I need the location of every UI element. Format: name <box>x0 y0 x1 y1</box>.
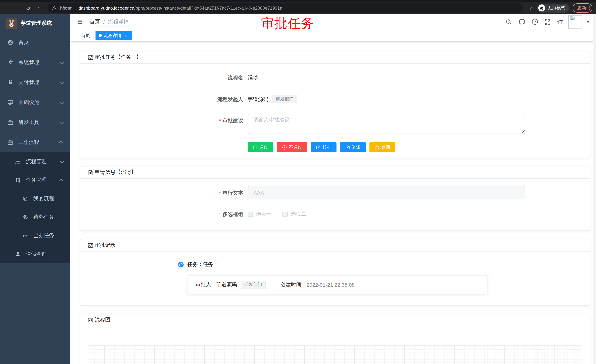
avatar-caret-icon[interactable]: ▼ <box>586 20 590 24</box>
avatar[interactable] <box>568 15 582 29</box>
task-line: 任务：任务一 <box>187 261 218 268</box>
tags-view: 首页 流程详情 × <box>70 29 596 42</box>
not-secure-warning-icon <box>52 6 57 10</box>
breadcrumb: 首页 / 流程详情 <box>89 19 129 25</box>
approval-record-card: 审批记录 任务：任务一 审批人： 芋道 <box>80 239 590 306</box>
approval-record-card-header: 审批记录 <box>80 239 590 252</box>
incognito-label: 无痕模式 <box>548 5 565 11</box>
created-time-value: 2022-01-21 22:35:08 <box>306 282 355 288</box>
omnibox-divider <box>75 6 75 10</box>
single-text-label: *单行文本 <box>80 186 248 199</box>
flow-chart-title: 流程图 <box>95 317 110 323</box>
browser-reload-icon[interactable]: ⟳ <box>24 4 33 12</box>
browser-forward-icon[interactable]: → <box>14 4 22 12</box>
breadcrumb-current: 流程详情 <box>108 19 129 25</box>
sidebar-item-task-management[interactable]: 任务管理 <box>0 171 70 189</box>
sidebar-collapse-icon[interactable] <box>76 18 84 26</box>
update-label[interactable]: 更新 <box>577 5 586 11</box>
checkbox-option-1[interactable]: 选项一 <box>248 211 271 218</box>
app-title: 芋道管理系统 <box>21 20 52 27</box>
address-bar[interactable]: 不安全 dashboard.yudao.iocoder.cn/bpm/proce… <box>47 3 523 13</box>
font-size-icon[interactable]: TT <box>557 19 563 25</box>
breadcrumb-separator: / <box>103 19 105 25</box>
sidebar-item-workflow[interactable]: 工作流程 <box>0 132 70 153</box>
sidebar-item-leave-query[interactable]: 请假查询 <box>0 245 70 263</box>
eye-closed-icon <box>22 233 28 239</box>
tab-close-icon[interactable]: × <box>123 33 128 38</box>
picture-outline-icon <box>88 55 93 60</box>
browser-home-icon[interactable]: ⌂ <box>35 4 43 12</box>
dashboard-icon <box>7 40 13 45</box>
approver-label: 审批人： <box>195 281 216 288</box>
checkbox-group: 选项一 选项二 <box>248 208 306 221</box>
checkbox-checked-icon <box>248 211 253 217</box>
github-icon[interactable] <box>518 18 526 26</box>
clock-icon <box>178 262 184 267</box>
svg-text:?: ? <box>534 20 536 24</box>
sidebar-item-payment-management[interactable]: ¥ 支付管理 <box>0 73 70 93</box>
browser-update-button[interactable]: 更新 <box>573 3 592 13</box>
eye-open-icon <box>22 214 28 220</box>
checkbox-group-label: *多选框组 <box>80 208 248 221</box>
apply-info-title: 申请信息【滔博】 <box>95 169 136 176</box>
opinion-label: *审批建议 <box>80 114 248 127</box>
sidebar-item-infrastructure[interactable]: 基础设施 <box>0 93 70 112</box>
timeline-item: 任务：任务一 审批人： 芋道源码 研发部门 创建时间： 2022-01-21 2… <box>178 261 590 294</box>
transfer-button[interactable]: 转办 <box>311 142 336 153</box>
sidebar-item-dev-tools[interactable]: 研发工具 <box>0 112 70 132</box>
tab-process-detail[interactable]: 流程详情 × <box>96 31 132 40</box>
breadcrumb-home[interactable]: 首页 <box>89 19 100 25</box>
fullscreen-icon[interactable] <box>544 18 551 26</box>
approval-record-title: 审批记录 <box>95 242 115 248</box>
created-time-label: 创建时间： <box>281 281 306 288</box>
incognito-spy-icon <box>538 4 545 11</box>
app-header: 首页 / 流程详情 ? T <box>70 14 596 29</box>
approval-actions: 通过 不通过 转办 委 <box>248 142 590 153</box>
sidebar-item-todo-tasks[interactable]: 待办任务 <box>0 208 70 226</box>
initiator-value: 芋道源码 研发部门 <box>248 93 297 106</box>
opinion-row: *审批建议 <box>80 114 590 134</box>
chevron-down-icon <box>60 80 64 84</box>
url-host[interactable]: dashboard.yudao.iocoder.cn <box>78 5 134 11</box>
single-text-input[interactable] <box>248 186 525 199</box>
apply-info-card-header: 申请信息【滔博】 <box>80 167 590 179</box>
delegate-button[interactable]: 委派 <box>340 142 366 153</box>
bookmark-star-icon[interactable]: ☆ <box>529 5 533 11</box>
initiator-row: 流程发起人 芋道源码 研发部门 <box>80 93 590 106</box>
security-label[interactable]: 不安全 <box>59 5 72 11</box>
sidebar-item-process-management[interactable]: 流程管理 <box>0 153 70 171</box>
approval-task-card-header: 审批任务【任务一】 <box>80 51 590 64</box>
process-name-row: 流程名 滔博 <box>80 71 590 84</box>
checkbox-option-2[interactable]: 选项二 <box>283 211 306 218</box>
sidebar-item-done-tasks[interactable]: 已办任务 <box>0 226 70 245</box>
picture-outline-icon <box>88 242 93 248</box>
monitor-icon <box>7 100 13 105</box>
person-icon <box>15 251 21 257</box>
return-button[interactable]: 退回 <box>369 142 395 153</box>
page-content: 审批任务【任务一】 流程名 滔博 流程发起人 芋道源码 研发部门 <box>70 42 596 364</box>
sidebar-logo[interactable]: 🐰 芋道管理系统 <box>0 14 70 33</box>
sidebar-item-system-management[interactable]: 系统管理 <box>0 52 70 73</box>
process-name-value: 滔博 <box>248 71 258 84</box>
opinion-textarea[interactable] <box>248 114 525 134</box>
sidebar-item-my-process[interactable]: 我的流程 <box>0 189 70 208</box>
initiator-dept-tag: 研发部门 <box>272 95 297 103</box>
browser-back-icon[interactable]: ← <box>4 4 12 12</box>
reject-button[interactable]: 不通过 <box>277 142 307 153</box>
page-scrollbar[interactable] <box>593 14 596 364</box>
search-icon[interactable] <box>505 18 513 26</box>
bpmn-grid-canvas[interactable] <box>88 345 582 364</box>
flow-chart-card-header: 流程图 <box>80 314 590 326</box>
help-icon[interactable]: ? <box>531 18 539 26</box>
approve-button[interactable]: 通过 <box>248 142 273 153</box>
sidebar-item-home[interactable]: 首页 <box>0 33 70 52</box>
chevron-down-icon <box>60 120 64 124</box>
url-path[interactable]: /bpm/process-instance/detail?id=54aa251f… <box>134 5 282 11</box>
flow-chart-card: 流程图 <box>80 314 590 364</box>
workflow-submenu: 流程管理 任务管理 我的流程 <box>0 153 70 263</box>
single-text-row: *单行文本 <box>80 186 590 199</box>
screenshot-root: ← → ⟳ ⌂ 不安全 dashboard.yudao.iocoder.cn/b… <box>0 0 596 364</box>
gear-icon <box>7 59 13 66</box>
tab-home[interactable]: 首页 <box>78 31 93 40</box>
browser-menu-icon[interactable] <box>589 6 590 10</box>
